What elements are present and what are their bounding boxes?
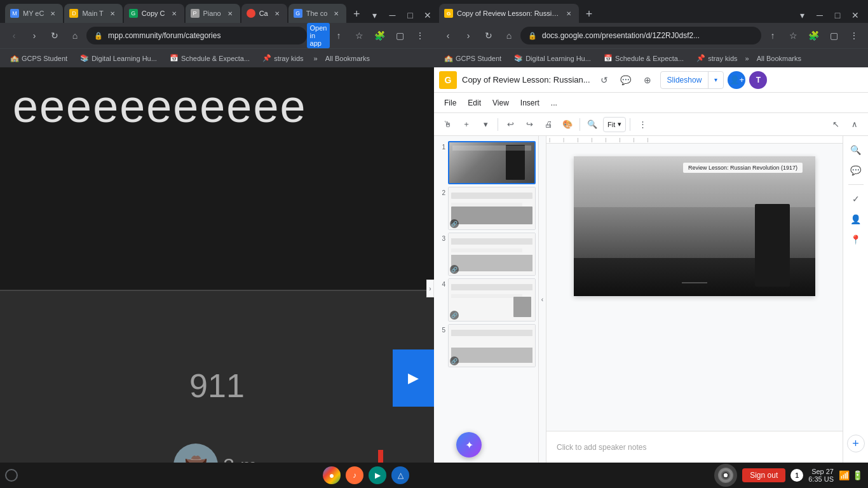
toolbar-undo[interactable]: ↩ — [502, 116, 519, 133]
tab-down-btn[interactable]: ▾ — [367, 8, 382, 23]
zoom-control[interactable]: Fit ▾ — [603, 117, 626, 132]
toolbar-zoom-dropdown[interactable]: ▾ — [477, 116, 494, 133]
bookmark-straykids[interactable]: 📌 stray kids — [257, 53, 308, 64]
taskbar-chrome[interactable]: ● — [323, 466, 341, 484]
bookmark-all[interactable]: All Bookmarks — [320, 53, 375, 64]
right-new-tab[interactable]: + — [580, 5, 598, 23]
maximize-btn[interactable]: □ — [402, 8, 417, 23]
open-in-app-action[interactable]: Open in app — [309, 27, 327, 44]
slideshow-dropdown-arrow[interactable]: ▾ — [708, 72, 723, 88]
right-sidebar-toggle[interactable]: ▢ — [825, 27, 843, 44]
slide-thumb-2[interactable]: 🔗 — [448, 187, 536, 230]
right-address-bar[interactable]: 🔒 docs.google.com/presentation/d/1Z2RJ0d… — [520, 27, 761, 44]
collapse-panel-btn[interactable]: ‹ — [539, 136, 546, 463]
comments-icon[interactable]: 💬 — [617, 71, 635, 89]
tab-close-piano[interactable]: ✕ — [225, 8, 235, 18]
reload-btn[interactable]: ↻ — [46, 27, 64, 44]
menu-more[interactable]: ... — [546, 96, 562, 110]
sign-out-button[interactable]: Sign out — [742, 468, 785, 482]
bookmark-gcps[interactable]: 🏫 GCPS Student — [5, 53, 72, 64]
tab-maint[interactable]: D Main T ✕ — [64, 4, 122, 23]
toolbar-chevron-up[interactable]: ∧ — [846, 116, 863, 133]
toolbar-print[interactable]: 🖨 — [540, 116, 557, 133]
sidebar-add-btn[interactable]: + — [847, 435, 865, 452]
sidebar-chat-btn[interactable]: 💬 — [847, 161, 865, 179]
tab-piano[interactable]: P Piano ✕ — [186, 4, 240, 23]
right-home-btn[interactable]: ⌂ — [500, 27, 518, 44]
right-minimize[interactable]: ─ — [812, 8, 827, 23]
taskbar-drive[interactable]: △ — [391, 466, 409, 484]
menu-edit[interactable]: Edit — [463, 96, 486, 110]
sidebar-explore-btn[interactable]: 🔍 — [847, 141, 865, 159]
new-tab-button[interactable]: + — [348, 5, 365, 23]
right-bookmark-overflow[interactable]: » — [745, 55, 749, 62]
right-tab-close[interactable]: ✕ — [564, 8, 574, 18]
sidebar-toggle[interactable]: ▢ — [391, 27, 409, 44]
tab-close-copy[interactable]: ✕ — [169, 8, 179, 18]
slide-canvas[interactable]: Review Lesson: Russian Revolution (1917) — [574, 156, 815, 296]
tab-theco[interactable]: G The co ✕ — [288, 4, 347, 23]
right-share-btn[interactable]: ↑ — [764, 27, 782, 44]
ai-fab-button[interactable]: ✦ — [456, 432, 482, 458]
slide-thumb-4[interactable]: 🔗 — [448, 278, 536, 322]
bookmark-overflow-btn[interactable]: » — [314, 55, 318, 62]
present-mode-icon[interactable]: ⊕ — [639, 71, 656, 89]
bookmark-schedule[interactable]: 📅 Schedule & Expecta... — [165, 53, 255, 64]
speaker-notes-area[interactable]: Click to add speaker notes — [546, 431, 843, 463]
right-bookmark-star[interactable]: ☆ — [784, 27, 802, 44]
canvas-scroll[interactable]: Review Lesson: Russian Revolution (1917) — [546, 144, 843, 431]
right-close[interactable]: ✕ — [848, 8, 863, 23]
left-address-bar[interactable]: 🔒 mpp.community/forum/categories — [86, 27, 307, 44]
bookmark-dl[interactable]: 📚 Digital Learning Hu... — [75, 53, 162, 64]
right-back-btn[interactable]: ‹ — [439, 27, 457, 44]
taskbar-music-disk[interactable] — [714, 464, 737, 487]
toolbar-zoom-in[interactable]: + — [458, 116, 475, 133]
notification-badge[interactable]: 1 — [790, 469, 803, 482]
history-icon[interactable]: ↺ — [595, 71, 613, 89]
taskbar-music[interactable]: ♪ — [346, 466, 363, 484]
right-bookmark-schedule[interactable]: 📅 Schedule & Expecta... — [599, 53, 689, 64]
home-btn[interactable]: ⌂ — [66, 27, 84, 44]
extensions-btn[interactable]: 🧩 — [370, 27, 388, 44]
status-indicator[interactable] — [5, 469, 18, 482]
slideshow-button[interactable]: Slideshow ▾ — [660, 71, 724, 89]
sidebar-calendar-btn[interactable]: 👤 — [847, 210, 865, 228]
bookmark-star[interactable]: ☆ — [350, 27, 368, 44]
toolbar-redo[interactable]: ↪ — [521, 116, 538, 133]
sidebar-tasks-btn[interactable]: ✓ — [847, 190, 865, 208]
forward-btn[interactable]: › — [25, 27, 43, 44]
slide-thumb-1[interactable] — [448, 141, 536, 184]
toolbar-select[interactable]: 🖱 — [439, 116, 456, 133]
toolbar-pointer[interactable]: ↖ — [827, 116, 844, 133]
menu-view[interactable]: View — [487, 96, 514, 110]
right-bookmark-gcps[interactable]: 🏫 GCPS Student — [439, 53, 506, 64]
tab-close-myec[interactable]: ✕ — [48, 8, 58, 18]
right-extensions[interactable]: 🧩 — [804, 27, 822, 44]
tab-ca[interactable]: Ca ✕ — [241, 4, 287, 23]
share-button[interactable]: 👤+ — [728, 71, 745, 89]
menu-file[interactable]: File — [439, 96, 461, 110]
blue-action-button[interactable]: ▶ — [393, 349, 434, 407]
right-bookmark-dl[interactable]: 📚 Digital Learning Hu... — [509, 53, 596, 64]
toolbar-more[interactable]: ⋮ — [634, 116, 651, 133]
collapse-right-btn[interactable]: › — [426, 280, 434, 297]
more-btn[interactable]: ⋮ — [411, 27, 429, 44]
tab-close-ca[interactable]: ✕ — [272, 8, 282, 18]
right-tab-slides[interactable]: G Copy of Review Lesson: Russian... ✕ — [439, 4, 579, 23]
tab-close-maint[interactable]: ✕ — [107, 8, 118, 18]
right-reload-btn[interactable]: ↻ — [480, 27, 498, 44]
tab-myec[interactable]: M MY eC ✕ — [5, 4, 63, 23]
share-btn[interactable]: ↑ — [330, 27, 348, 44]
toolbar-paint[interactable]: 🎨 — [559, 116, 576, 133]
right-maximize[interactable]: □ — [830, 8, 845, 23]
right-down-btn[interactable]: ▾ — [794, 8, 810, 23]
right-forward-btn[interactable]: › — [459, 27, 477, 44]
right-more-btn[interactable]: ⋮ — [845, 27, 863, 44]
right-bookmark-sk[interactable]: 📌 stray kids — [691, 53, 742, 64]
user-avatar-btn[interactable]: T — [749, 71, 767, 89]
minimize-btn[interactable]: ─ — [384, 8, 400, 23]
close-window-btn[interactable]: ✕ — [420, 8, 435, 23]
tab-copy[interactable]: G Copy C ✕ — [124, 4, 184, 23]
taskbar-meet[interactable]: ▶ — [369, 466, 386, 484]
slide-thumb-5[interactable]: 🔗 — [448, 324, 536, 367]
